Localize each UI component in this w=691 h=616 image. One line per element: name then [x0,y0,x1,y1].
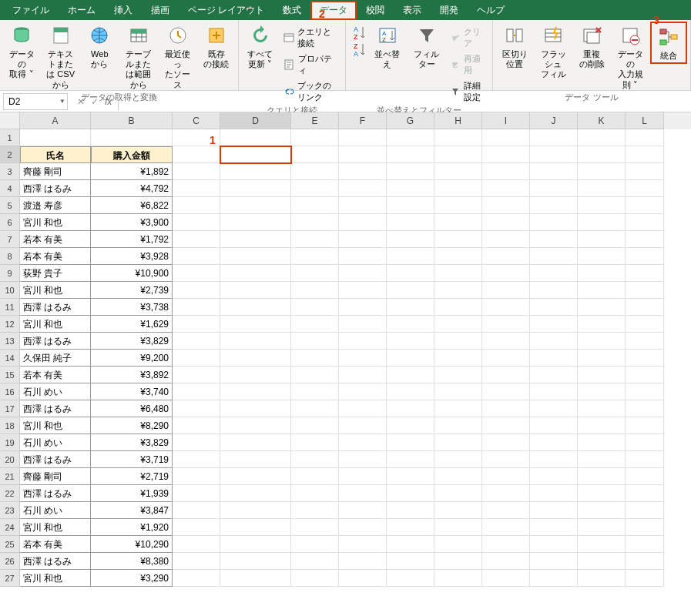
cell[interactable]: ¥3,719 [91,451,173,468]
cell[interactable] [530,299,578,316]
cell[interactable] [482,129,530,146]
cell[interactable] [387,299,434,316]
chevron-down-icon[interactable]: ▼ [59,98,65,105]
cell[interactable] [434,231,482,248]
row-header[interactable]: 10 [0,282,20,299]
cell[interactable] [339,536,387,553]
cell[interactable] [173,197,220,214]
cell[interactable] [339,282,387,299]
cell[interactable] [291,502,339,519]
cell[interactable] [482,197,530,214]
cell[interactable] [339,299,387,316]
cell[interactable] [530,451,578,468]
cell[interactable]: 若本 有美 [20,231,91,248]
cell[interactable] [530,367,578,383]
cell[interactable]: ¥1,920 [91,519,173,536]
cell[interactable] [482,502,530,519]
sort-az-button[interactable]: AZ [349,26,367,42]
cell[interactable]: 西澤 はるみ [20,333,91,350]
cell[interactable] [482,485,530,502]
column-header[interactable]: H [434,112,482,129]
cell[interactable] [220,163,291,180]
cell[interactable] [482,231,530,248]
ribbon-button[interactable]: データの 入力規則 ˅ [612,22,649,92]
ribbon-button[interactable]: 既存 の接続 [198,22,235,71]
cell[interactable] [578,282,626,299]
cell[interactable] [387,333,434,350]
cell[interactable] [173,299,220,316]
cell[interactable] [291,282,339,299]
cell[interactable] [220,282,291,299]
cell[interactable]: ¥3,829 [91,333,173,350]
cell[interactable] [530,400,578,417]
cell[interactable] [626,485,664,502]
cell[interactable]: ¥1,892 [91,163,173,180]
cell[interactable] [578,536,626,553]
cell[interactable] [220,214,291,231]
cell[interactable] [339,570,387,587]
cell[interactable] [626,299,664,316]
cell[interactable] [291,350,339,367]
cell[interactable] [339,316,387,333]
cell[interactable] [220,536,291,553]
cell[interactable] [530,163,578,180]
cell[interactable] [387,434,434,451]
cell[interactable] [530,553,578,570]
cell[interactable]: ¥3,740 [91,383,173,400]
cell[interactable] [578,316,626,333]
cell[interactable] [220,383,291,400]
cell[interactable] [434,468,482,485]
cell[interactable] [291,146,339,163]
row-header[interactable]: 8 [0,248,20,265]
cell[interactable] [434,163,482,180]
cell[interactable] [387,231,434,248]
column-header[interactable]: I [482,112,530,129]
cell[interactable] [626,248,664,265]
cell[interactable] [173,383,220,400]
row-header[interactable]: 12 [0,316,20,333]
ribbon-button[interactable]: テーブルまた は範囲から [119,22,157,92]
cell[interactable] [482,299,530,316]
cell[interactable]: 齊藤 剛司 [20,468,91,485]
cell[interactable] [220,502,291,519]
cell[interactable] [434,519,482,536]
cell[interactable] [220,248,291,265]
cell[interactable] [387,451,434,468]
cell[interactable] [291,519,339,536]
cell[interactable] [387,519,434,536]
cell[interactable] [339,502,387,519]
menu-tab-ヘルプ[interactable]: ヘルプ [468,1,514,20]
cell[interactable] [173,316,220,333]
cell[interactable] [220,451,291,468]
cell[interactable]: 宮川 和也 [20,519,91,536]
cell[interactable] [626,316,664,333]
column-header[interactable]: E [291,112,339,129]
cell[interactable]: 石川 めい [20,383,91,400]
cell[interactable]: 宮川 和也 [20,417,91,434]
cell[interactable] [173,146,220,163]
cell[interactable] [291,299,339,316]
cell[interactable] [530,417,578,434]
cell[interactable] [626,434,664,451]
cell[interactable] [173,434,220,451]
cell[interactable] [530,485,578,502]
cell[interactable] [482,333,530,350]
ribbon-button[interactable]: フィルター [408,22,446,71]
cell[interactable] [482,451,530,468]
ribbon-button[interactable]: テキストまた は CSV から [42,22,79,92]
cell[interactable] [434,197,482,214]
cell[interactable] [434,350,482,367]
cell[interactable] [578,400,626,417]
column-header[interactable]: G [387,112,434,129]
cell[interactable] [291,417,339,434]
cell[interactable] [626,214,664,231]
menu-tab-開発[interactable]: 開発 [431,1,468,20]
cell[interactable] [530,468,578,485]
cell[interactable] [578,231,626,248]
cell[interactable] [339,180,387,197]
cell[interactable] [482,383,530,400]
cell[interactable] [626,197,664,214]
cell[interactable] [434,282,482,299]
cell[interactable]: 石川 めい [20,434,91,451]
cell[interactable] [291,333,339,350]
